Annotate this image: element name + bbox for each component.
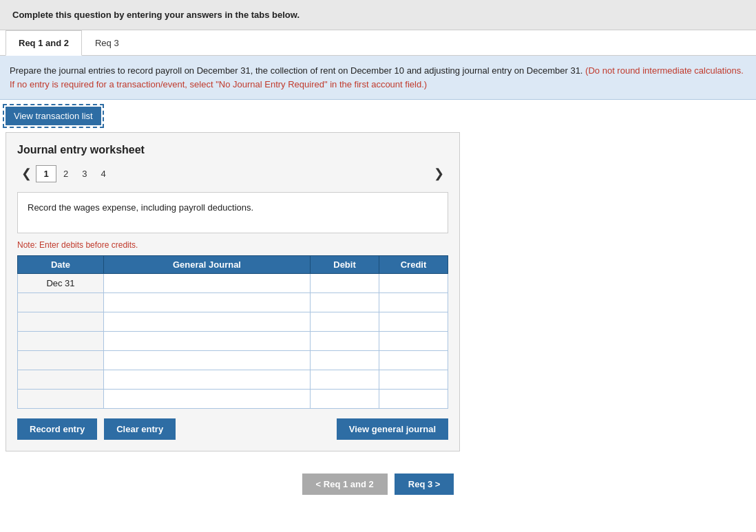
date-input[interactable] <box>18 351 103 370</box>
credit-cell[interactable] <box>379 332 448 351</box>
prev-step-arrow[interactable]: ❮ <box>17 164 36 182</box>
action-buttons: Record entry Clear entry View general jo… <box>17 418 448 440</box>
date-input[interactable] <box>18 293 103 312</box>
debit-input[interactable] <box>311 332 379 350</box>
col-header-general-journal: General Journal <box>104 256 311 274</box>
table-row <box>18 351 448 370</box>
debit-cell[interactable] <box>311 312 379 332</box>
next-req-button[interactable]: Req 3 > <box>395 474 454 495</box>
date-cell <box>18 390 104 409</box>
step-4[interactable]: 4 <box>94 166 112 182</box>
date-cell <box>18 293 104 312</box>
table-row <box>18 332 448 351</box>
debit-cell[interactable] <box>311 390 379 409</box>
table-row <box>18 293 448 312</box>
general-journal-input[interactable] <box>104 351 310 370</box>
debit-cell[interactable] <box>311 274 379 293</box>
prev-req-button[interactable]: < Req 1 and 2 <box>302 474 388 495</box>
general-journal-input[interactable] <box>104 274 310 292</box>
general-journal-cell[interactable] <box>104 312 311 332</box>
table-row <box>18 390 448 409</box>
instruction-main: Prepare the journal entries to record pa… <box>10 65 582 76</box>
general-journal-cell[interactable] <box>104 293 311 312</box>
date-cell <box>18 370 104 390</box>
worksheet-title: Journal entry worksheet <box>17 144 448 156</box>
step-3[interactable]: 3 <box>75 166 94 182</box>
date-cell <box>18 332 104 351</box>
debit-cell[interactable] <box>311 293 379 312</box>
debit-input[interactable] <box>311 293 379 312</box>
banner-text: Complete this question by entering your … <box>12 10 300 20</box>
bottom-navigation: < Req 1 and 2 Req 3 > <box>0 462 756 509</box>
debit-cell[interactable] <box>311 370 379 390</box>
view-transaction-button[interactable]: View transaction list <box>6 107 101 125</box>
date-cell: Dec 31 <box>18 274 104 293</box>
general-journal-input[interactable] <box>104 390 310 408</box>
credit-cell[interactable] <box>379 274 448 293</box>
general-journal-cell[interactable] <box>104 274 311 293</box>
general-journal-cell[interactable] <box>104 351 311 370</box>
debit-input[interactable] <box>311 274 379 292</box>
tabs-row: Req 1 and 2 Req 3 <box>0 30 756 56</box>
general-journal-input[interactable] <box>104 312 310 331</box>
step-2[interactable]: 2 <box>56 166 75 182</box>
general-journal-cell[interactable] <box>104 370 311 390</box>
credit-input[interactable] <box>379 351 448 370</box>
col-header-date: Date <box>18 256 104 274</box>
general-journal-input[interactable] <box>104 370 310 389</box>
view-general-journal-button[interactable]: View general journal <box>337 418 448 440</box>
table-row <box>18 312 448 332</box>
debit-input[interactable] <box>311 370 379 389</box>
date-input[interactable] <box>18 332 103 350</box>
credit-input[interactable] <box>379 370 448 389</box>
credit-input[interactable] <box>379 332 448 350</box>
table-row: Dec 31 <box>18 274 448 293</box>
step-1-box[interactable]: 1 <box>36 165 56 182</box>
col-header-credit: Credit <box>379 256 448 274</box>
debit-input[interactable] <box>311 312 379 331</box>
date-input[interactable] <box>18 370 103 389</box>
debits-note: Note: Enter debits before credits. <box>17 240 448 250</box>
credit-input[interactable] <box>379 390 448 408</box>
debit-input[interactable] <box>311 351 379 370</box>
credit-input[interactable] <box>379 312 448 331</box>
col-header-debit: Debit <box>311 256 379 274</box>
general-journal-cell[interactable] <box>104 390 311 409</box>
instruction-box: Prepare the journal entries to record pa… <box>0 56 756 100</box>
credit-cell[interactable] <box>379 351 448 370</box>
debit-cell[interactable] <box>311 332 379 351</box>
credit-cell[interactable] <box>379 312 448 332</box>
record-entry-button[interactable]: Record entry <box>17 418 97 440</box>
clear-entry-button[interactable]: Clear entry <box>104 418 176 440</box>
date-cell <box>18 312 104 332</box>
debit-input[interactable] <box>311 390 379 408</box>
credit-input[interactable] <box>379 293 448 312</box>
note-card: Record the wages expense, including payr… <box>17 192 448 233</box>
tab-req1and2[interactable]: Req 1 and 2 <box>6 30 82 56</box>
table-row <box>18 370 448 390</box>
date-input[interactable] <box>18 390 103 408</box>
credit-cell[interactable] <box>379 390 448 409</box>
debit-cell[interactable] <box>311 351 379 370</box>
step-navigation: ❮ 1 2 3 4 ❯ <box>17 164 448 182</box>
note-text: Record the wages expense, including payr… <box>28 202 253 213</box>
credit-input[interactable] <box>379 274 448 292</box>
date-input[interactable] <box>18 312 103 331</box>
top-banner: Complete this question by entering your … <box>0 0 756 30</box>
worksheet-container: Journal entry worksheet ❮ 1 2 3 4 ❯ Reco… <box>6 132 460 451</box>
journal-table: Date General Journal Debit Credit Dec 31 <box>17 255 448 409</box>
next-step-arrow[interactable]: ❯ <box>430 164 448 182</box>
general-journal-input[interactable] <box>104 332 310 350</box>
date-cell <box>18 351 104 370</box>
tab-req3[interactable]: Req 3 <box>82 30 132 56</box>
credit-cell[interactable] <box>379 370 448 390</box>
general-journal-input[interactable] <box>104 293 310 312</box>
credit-cell[interactable] <box>379 293 448 312</box>
general-journal-cell[interactable] <box>104 332 311 351</box>
